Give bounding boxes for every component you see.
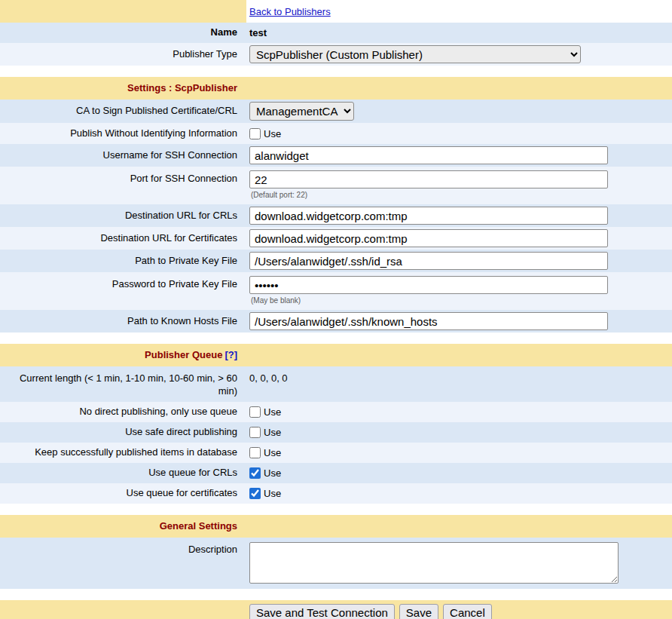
no-direct-checkbox[interactable]	[249, 406, 261, 418]
ssh-username-label: Username for SSH Connection	[103, 149, 237, 162]
general-section-title: General Settings	[160, 520, 237, 533]
row-ssh-username: Username for SSH Connection	[0, 144, 672, 167]
edit-publisher-page: Back to Publishers Name test Publisher T…	[0, 0, 672, 619]
row-queue-for-crls: Use queue for CRLs Use	[0, 463, 672, 483]
section-gap	[0, 332, 672, 344]
cert-url-input[interactable]	[249, 229, 608, 247]
use-text: Use	[264, 427, 281, 438]
section-gap	[0, 504, 672, 515]
row-cert-url: Destination URL for Certificates	[0, 227, 672, 250]
row-no-direct-publishing: No direct publishing, only use queue Use	[0, 402, 672, 422]
use-text: Use	[264, 128, 281, 139]
ssh-port-label: Port for SSH Connection	[130, 173, 237, 185]
private-key-path-input[interactable]	[249, 252, 608, 270]
settings-section-title: Settings : ScpPublisher	[127, 82, 237, 95]
row-known-hosts-path: Path to Known Hosts File	[0, 310, 672, 332]
save-button[interactable]: Save	[399, 604, 438, 619]
safe-direct-checkbox[interactable]	[249, 427, 261, 438]
cancel-button[interactable]: Cancel	[443, 604, 492, 619]
row-private-key-password: Password to Private Key File (May be bla…	[0, 272, 672, 310]
section-gap	[0, 589, 672, 600]
queue-for-certificates-label: Use queue for certificates	[127, 487, 237, 500]
row-queue-for-certificates: Use queue for certificates Use	[0, 483, 672, 504]
use-text: Use	[264, 406, 281, 418]
anonymize-use-label[interactable]: Use	[249, 128, 281, 139]
queue-certs-checkbox[interactable]	[249, 488, 261, 499]
settings-section-band: Settings : ScpPublisher	[0, 77, 672, 100]
row-name: Name test	[0, 23, 672, 43]
private-key-password-hint: (May be blank)	[249, 296, 301, 305]
ssh-username-input[interactable]	[249, 146, 608, 164]
private-key-password-label: Password to Private Key File	[112, 278, 237, 291]
back-to-publishers-link[interactable]: Back to Publishers	[249, 6, 331, 17]
row-description: Description	[0, 538, 672, 589]
use-text: Use	[264, 467, 281, 479]
queue-length-value: 0, 0, 0, 0	[249, 372, 288, 384]
row-ca-select: CA to Sign Published Certificate/CRL Man…	[0, 100, 672, 123]
ssh-port-input[interactable]	[249, 170, 608, 188]
no-direct-publishing-label: No direct publishing, only use queue	[79, 406, 237, 418]
anonymize-checkbox[interactable]	[249, 128, 261, 139]
no-direct-use-label[interactable]: Use	[249, 406, 281, 418]
anonymize-label: Publish Without Identifying Information	[70, 127, 237, 140]
description-label: Description	[188, 544, 237, 556]
queue-section-band: Publisher Queue [?]	[0, 344, 672, 366]
ssh-port-hint: (Default port: 22)	[249, 191, 307, 199]
row-ssh-port: Port for SSH Connection (Default port: 2…	[0, 167, 672, 204]
top-band-left-cell	[0, 0, 246, 23]
ca-select[interactable]: ManagementCA	[249, 102, 354, 121]
safe-direct-use-label[interactable]: Use	[249, 427, 281, 438]
queue-help-link[interactable]: [?]	[225, 349, 237, 362]
name-value: test	[249, 27, 267, 38]
queue-for-crls-label: Use queue for CRLs	[148, 467, 237, 480]
keep-published-items-label: Keep successfully published items in dat…	[35, 446, 237, 459]
row-safe-direct-publishing: Use safe direct publishing Use	[0, 422, 672, 443]
row-publisher-type: Publisher Type ScpPublisher (Custom Publ…	[0, 43, 672, 66]
queue-section-title: Publisher Queue	[145, 349, 222, 362]
top-band: Back to Publishers	[0, 0, 672, 23]
queue-length-label: Current length (< 1 min, 1-10 min, 10-60…	[5, 372, 237, 398]
actions-band: Save and Test Connection Save Cancel	[0, 600, 672, 619]
ca-label: CA to Sign Published Certificate/CRL	[76, 105, 237, 118]
keep-published-use-label[interactable]: Use	[249, 447, 281, 458]
description-textarea[interactable]	[249, 542, 619, 584]
cert-url-label: Destination URL for Certificates	[100, 232, 237, 245]
crl-url-input[interactable]	[249, 207, 608, 225]
row-crl-url: Destination URL for CRLs	[0, 204, 672, 227]
queue-crls-checkbox[interactable]	[249, 467, 261, 479]
keep-published-checkbox[interactable]	[249, 447, 261, 458]
crl-url-label: Destination URL for CRLs	[125, 210, 237, 222]
known-hosts-path-label: Path to Known Hosts File	[127, 315, 237, 328]
general-section-band: General Settings	[0, 515, 672, 538]
save-and-test-button[interactable]: Save and Test Connection	[249, 604, 395, 619]
use-text: Use	[264, 488, 281, 499]
queue-crls-use-label[interactable]: Use	[249, 467, 281, 479]
row-keep-published-items: Keep successfully published items in dat…	[0, 443, 672, 463]
known-hosts-path-input[interactable]	[249, 312, 608, 330]
section-gap	[0, 66, 672, 77]
publisher-type-label: Publisher Type	[173, 48, 237, 61]
use-text: Use	[264, 447, 281, 458]
safe-direct-publishing-label: Use safe direct publishing	[125, 426, 237, 439]
queue-certs-use-label[interactable]: Use	[249, 488, 281, 499]
private-key-password-input[interactable]	[249, 276, 608, 294]
row-anonymize: Publish Without Identifying Information …	[0, 123, 672, 144]
private-key-path-label: Path to Private Key File	[135, 255, 237, 268]
name-label: Name	[211, 26, 237, 39]
publisher-type-select[interactable]: ScpPublisher (Custom Publisher)	[249, 45, 581, 63]
row-private-key-path: Path to Private Key File	[0, 250, 672, 272]
top-band-right-cell: Back to Publishers	[246, 0, 672, 23]
row-queue-length: Current length (< 1 min, 1-10 min, 10-60…	[0, 366, 672, 402]
